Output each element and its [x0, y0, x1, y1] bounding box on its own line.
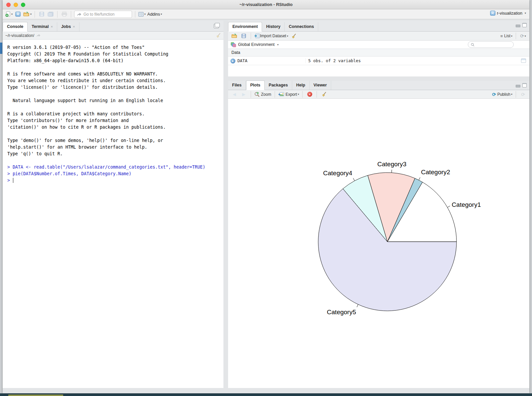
plots-pane: Files Plots Packages Help Viewer ◀ — [228, 81, 529, 388]
view-mode-caret-icon: ▾ — [511, 35, 512, 38]
tab-help[interactable]: Help — [292, 81, 310, 90]
new-project-button[interactable]: R — [14, 10, 22, 18]
tab-plots[interactable]: Plots — [246, 80, 265, 90]
open-file-button[interactable]: ▾ — [23, 10, 32, 18]
refresh-plot-button[interactable]: ⟳ — [519, 90, 527, 98]
console-output[interactable]: R version 3.6.1 (2019-07-05) -- "Action … — [3, 40, 223, 388]
toolbar-separator — [35, 11, 35, 18]
expand-object-icon[interactable]: ▶ — [230, 59, 235, 64]
print-button[interactable] — [61, 10, 68, 18]
view-data-icon[interactable] — [521, 59, 526, 63]
tab-environment[interactable]: Environment — [228, 22, 262, 32]
import-dataset-caret-icon: ▾ — [287, 35, 288, 38]
open-file-caret-icon: ▾ — [30, 13, 32, 16]
clear-console-icon[interactable] — [216, 33, 221, 38]
maximize-pane-icon[interactable] — [522, 83, 527, 87]
addins-button[interactable]: Addins ▾ — [147, 10, 162, 18]
goto-file-input[interactable] — [83, 12, 123, 17]
tab-connections[interactable]: Connections — [285, 22, 318, 31]
restore-panes-icon[interactable] — [215, 23, 220, 27]
pane-layout-button[interactable]: ▾ — [138, 10, 146, 18]
previous-plot-button[interactable]: ◀ — [231, 90, 238, 98]
tab-viewer-label: Viewer — [314, 83, 327, 87]
close-icon[interactable]: × — [73, 25, 75, 29]
plot-display-area: Category1Category2Category3Category4Cate… — [228, 99, 529, 388]
toolbar-separator — [251, 91, 251, 98]
pie-label-Category5: Category5 — [327, 309, 356, 316]
goto-file-search[interactable] — [74, 11, 132, 18]
tab-console[interactable]: Console — [3, 22, 28, 32]
object-summary: 5 obs. of 2 variables — [305, 58, 521, 63]
tab-files-label: Files — [232, 83, 242, 87]
main-toolbar: ▾ R ▾ ▾ Addins ▾ — [3, 9, 529, 19]
pie-label-Category4: Category4 — [323, 170, 352, 177]
environment-toolbar: Import Dataset ▾ ≡ List ▾ ⟳ ▾ — [228, 32, 529, 41]
pie-chart: Category1Category2Category3Category4Cate… — [228, 99, 529, 388]
tab-packages-label: Packages — [269, 83, 288, 87]
toolbar-separator — [275, 91, 275, 98]
environment-search[interactable] — [468, 41, 514, 48]
tab-terminal[interactable]: Terminal × — [28, 22, 57, 31]
tab-console-label: Console — [7, 24, 23, 29]
environment-pane: Environment History Connections — [228, 21, 529, 76]
minimize-pane-icon[interactable] — [516, 85, 520, 87]
next-plot-button[interactable]: ▶ — [240, 90, 247, 98]
toolbar-separator — [302, 91, 303, 98]
clear-all-plots-button[interactable] — [320, 90, 328, 98]
refresh-icon: ⟳ — [520, 33, 524, 39]
import-dataset-button[interactable]: Import Dataset ▾ — [254, 32, 288, 40]
environment-object-row[interactable]: ▶ DATA 5 obs. of 2 variables — [228, 57, 529, 65]
project-selector[interactable]: R r-visualization ▾ — [490, 11, 526, 16]
zoom-plot-button[interactable]: Zoom — [254, 90, 271, 98]
tab-jobs[interactable]: Jobs × — [57, 22, 79, 31]
back-arrow-icon: ◀ — [233, 92, 236, 97]
close-icon[interactable]: × — [51, 25, 53, 29]
environment-scope-label[interactable]: Global Environment — [238, 42, 275, 47]
pane-layout-caret-icon: ▾ — [144, 13, 146, 16]
environment-view-mode-button[interactable]: ≡ List ▾ — [500, 32, 512, 40]
view-mode-label: List — [504, 34, 510, 38]
pane-layout-icon — [138, 12, 144, 17]
load-workspace-button[interactable] — [231, 32, 238, 40]
background-left-blue-fragment — [0, 43, 2, 54]
publish-button[interactable]: ⟳ Publish ▾ — [492, 90, 512, 98]
pie-label-tick — [419, 178, 420, 180]
minimize-pane-icon[interactable] — [516, 25, 520, 27]
export-caret-icon: ▾ — [298, 93, 299, 96]
tab-history[interactable]: History — [262, 22, 285, 31]
list-icon: ≡ — [500, 34, 503, 38]
tab-files[interactable]: Files — [228, 81, 246, 90]
remove-plot-button[interactable]: × — [306, 90, 313, 98]
rstudio-window: ~/r-visualization - RStudio ▾ R ▾ — [3, 0, 529, 393]
background-left-sliver — [0, 0, 3, 393]
background-bottom-bar — [0, 393, 532, 396]
pie-label-Category2: Category2 — [421, 169, 450, 176]
clear-environment-button[interactable] — [290, 32, 298, 40]
window-title: ~/r-visualization - RStudio — [3, 2, 529, 7]
project-caret-icon: ▾ — [525, 12, 526, 15]
publish-icon: ⟳ — [492, 92, 496, 97]
save-workspace-button[interactable] — [240, 32, 247, 40]
goto-dir-icon[interactable] — [36, 34, 41, 37]
import-dataset-label: Import Dataset — [260, 34, 286, 38]
maximize-pane-icon[interactable] — [522, 23, 527, 27]
refresh-environment-button[interactable]: ⟳ ▾ — [519, 32, 527, 40]
pie-label-Category1: Category1 — [452, 201, 481, 208]
save-all-button[interactable] — [47, 10, 54, 18]
r-project-icon: R — [15, 12, 21, 17]
environment-scope-caret-icon: ▾ — [277, 43, 279, 46]
title-bar: ~/r-visualization - RStudio — [3, 0, 529, 9]
import-dataset-icon — [254, 34, 260, 38]
zoom-magnifier-icon — [254, 92, 260, 97]
pie-label-Category3: Category3 — [377, 161, 407, 168]
new-file-button[interactable]: ▾ — [5, 10, 13, 18]
background-bottom-accent — [8, 395, 63, 396]
tab-jobs-label: Jobs — [61, 24, 71, 29]
environment-search-input[interactable] — [476, 42, 509, 47]
export-plot-button[interactable]: Export ▾ — [278, 90, 299, 98]
project-cube-icon: R — [490, 11, 495, 16]
background-right-sliver — [529, 0, 532, 393]
save-button[interactable] — [38, 10, 45, 18]
tab-viewer[interactable]: Viewer — [310, 81, 331, 90]
tab-packages[interactable]: Packages — [265, 81, 292, 90]
